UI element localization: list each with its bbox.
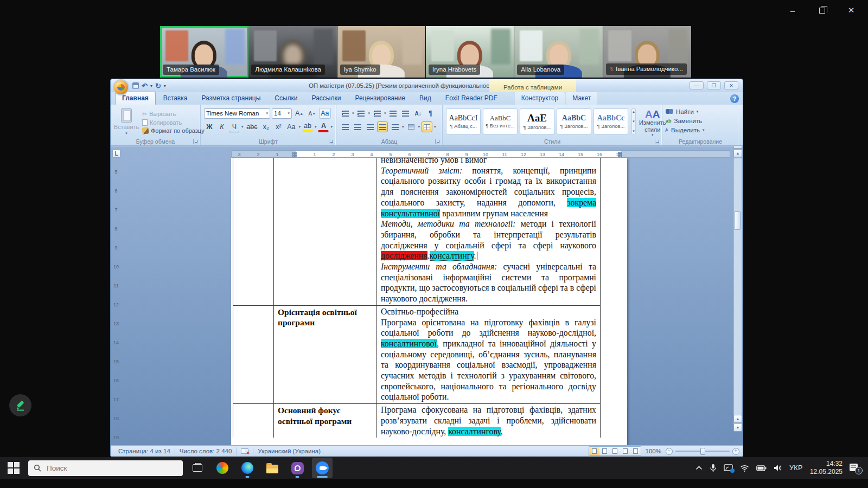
tab-рецензирование[interactable]: Рецензирование (348, 92, 412, 105)
tab-разметка-страницы[interactable]: Разметка страницы (195, 92, 267, 105)
vertical-ruler[interactable]: 5678910111213141516171819 (112, 162, 120, 444)
taskbar-search[interactable] (28, 460, 183, 476)
print-layout-view-button[interactable] (589, 447, 599, 455)
volume-icon[interactable] (774, 464, 782, 472)
scrollbar-thumb[interactable] (734, 211, 741, 230)
style-gallery-item[interactable]: AaBbCc¶ Заголов... (593, 108, 628, 134)
office-button[interactable] (114, 80, 128, 94)
table-column-marker[interactable] (292, 152, 297, 157)
shrink-font-button[interactable]: А▼ (307, 108, 317, 119)
previous-page-icon[interactable]: ▲ (733, 415, 742, 423)
battery-icon[interactable] (756, 465, 767, 471)
search-input[interactable] (46, 464, 165, 473)
align-right-button[interactable] (365, 121, 375, 132)
next-page-icon[interactable]: ▼ (733, 423, 742, 432)
style-gallery-item[interactable]: AaBbCcI¶ Абзац с... (446, 108, 481, 134)
tab-конструктор[interactable]: Конструктор (515, 92, 565, 105)
copilot-button[interactable] (212, 458, 233, 478)
edge-button[interactable] (237, 458, 258, 478)
change-case-button[interactable]: Aa (285, 121, 297, 132)
sort-button[interactable]: А↓ (413, 108, 424, 119)
align-left-button[interactable] (340, 121, 350, 132)
wifi-icon[interactable] (740, 465, 749, 472)
grow-font-button[interactable]: А▲ (293, 108, 305, 119)
restore-icon[interactable] (815, 4, 829, 16)
word-title-bar[interactable]: ↶▾ ↻ ▾ ОП магістри (07.05.25) [Режим огр… (111, 79, 743, 92)
start-button[interactable] (7, 461, 21, 475)
borders-button[interactable] (422, 121, 432, 132)
tray-expand-button[interactable] (695, 466, 703, 470)
styles-dialog-launcher[interactable] (655, 139, 660, 144)
undo-dropdown[interactable]: ▾ (150, 84, 152, 88)
draft-view-button[interactable] (630, 447, 641, 455)
qat-more-icon[interactable]: ▾ (164, 84, 166, 88)
outline-view-button[interactable] (620, 447, 630, 455)
row-label-cell[interactable]: Орієнтація освітньої програми (274, 306, 377, 403)
find-button[interactable]: Найти▾ (666, 107, 735, 116)
tab-foxit-reader-pdf[interactable]: Foxit Reader PDF (439, 92, 504, 105)
replace-button[interactable]: abЗаменить (666, 116, 735, 125)
style-gallery-item[interactable]: AaBbC¶ Заголов... (557, 108, 591, 134)
fullscreen-view-button[interactable] (599, 447, 610, 455)
proofing-status[interactable] (237, 447, 253, 455)
increase-indent-button[interactable] (400, 108, 411, 119)
subscript-button[interactable]: x₂ (260, 121, 271, 132)
cast-icon[interactable] (724, 464, 733, 472)
numbered-list-button[interactable] (356, 108, 367, 119)
paragraph-dialog-launcher[interactable] (435, 139, 441, 144)
tab-ссылки[interactable]: Ссылки (268, 92, 304, 105)
tab-вставка[interactable]: Вставка (157, 92, 194, 105)
style-gallery-item[interactable]: AaBbC¶ Без инте... (483, 108, 518, 134)
web-layout-view-button[interactable] (610, 447, 620, 455)
tab-макет[interactable]: Макет (566, 92, 597, 105)
format-painter-button[interactable]: Формат по образцу (142, 127, 205, 134)
save-icon[interactable] (132, 82, 139, 89)
row-label-cell[interactable]: Основний фокус освітньої програми (274, 404, 377, 438)
page-indicator[interactable]: Страница: 4 из 14 (114, 447, 175, 455)
participant-tile[interactable]: Iryna Hrabovets (426, 26, 514, 78)
font-family-combo[interactable]: Times New Roman▾ (204, 108, 270, 119)
file-explorer-button[interactable] (262, 458, 283, 478)
copy-button[interactable]: Копировать (142, 119, 205, 126)
help-icon[interactable]: ? (730, 94, 739, 103)
bold-button[interactable]: Ж (204, 121, 215, 132)
participant-tile[interactable]: Іванна Размолодчико... (603, 26, 692, 78)
tab-рассылки[interactable]: Рассылки (305, 92, 348, 105)
tab-вид[interactable]: Вид (413, 92, 438, 105)
word-close-icon[interactable]: ✕ (724, 81, 738, 89)
notification-center-button[interactable]: 1 (850, 463, 860, 473)
vertical-scrollbar[interactable]: ▲ ▲ ▼ (733, 149, 742, 442)
viber-button[interactable] (287, 458, 308, 478)
paste-button[interactable]: Вставить ▾ (114, 107, 139, 137)
cut-button[interactable]: ✂Вырезать (142, 111, 205, 118)
row-label-cell[interactable] (274, 158, 377, 305)
style-gallery-item[interactable]: AaE¶ Заголов... (520, 108, 554, 134)
participant-tile[interactable]: Iya Shymko (337, 26, 426, 78)
clipboard-dialog-launcher[interactable] (193, 139, 199, 144)
participant-tile[interactable]: Alla Lobanova (514, 26, 603, 78)
font-color-button[interactable]: А (318, 121, 329, 132)
strikethrough-button[interactable]: abc (245, 121, 259, 132)
ruler-toggle-button[interactable] (733, 146, 742, 149)
tab-selector[interactable]: L (112, 150, 120, 158)
document-page[interactable]: невизначеністю умов і вимогТеоретичний з… (231, 158, 627, 445)
scroll-up-icon[interactable]: ▲ (733, 149, 742, 157)
underline-button[interactable]: Ч (229, 121, 240, 132)
font-dialog-launcher[interactable] (329, 139, 334, 144)
zoom-slider-thumb[interactable] (700, 448, 705, 455)
annotate-button[interactable] (9, 394, 31, 416)
zoom-out-icon[interactable]: − (666, 448, 673, 455)
close-icon[interactable]: ✕ (844, 4, 858, 16)
word-minimize-icon[interactable]: — (690, 81, 704, 89)
microphone-icon[interactable] (710, 464, 717, 472)
select-button[interactable]: Выделить▾ (666, 125, 735, 134)
row-content-cell[interactable]: Освітньо-професійнаПрограма орієнтована … (377, 306, 601, 403)
undo-icon[interactable]: ↶ (142, 82, 148, 89)
justify-button[interactable] (377, 121, 388, 132)
participant-tile[interactable]: Людмила Калашнікова (248, 26, 337, 78)
line-spacing-button[interactable] (390, 121, 400, 132)
styles-gallery-scroll[interactable]: ▲▼▼ (631, 108, 636, 134)
align-center-button[interactable] (352, 121, 363, 132)
bullet-list-button[interactable] (340, 108, 350, 119)
task-view-button[interactable] (187, 458, 208, 478)
